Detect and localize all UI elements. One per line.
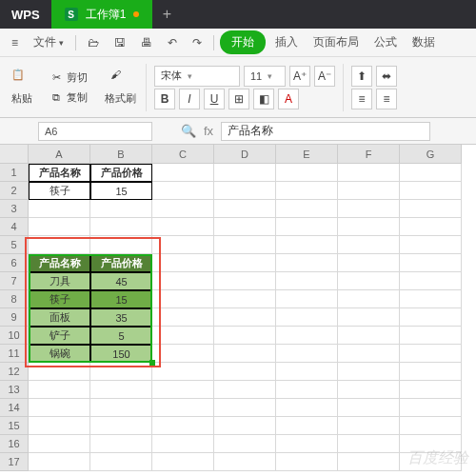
cell[interactable] [338,345,400,363]
cell[interactable]: 铲子 [29,327,90,345]
align-left-button[interactable]: ≡ [351,89,372,109]
tab-data[interactable]: 数据 [407,30,441,54]
cell[interactable] [90,363,152,381]
cell[interactable] [152,272,214,290]
cell[interactable] [152,290,214,308]
row-header[interactable]: 11 [0,345,29,363]
cell[interactable]: 45 [90,272,152,290]
format-painter-button[interactable]: 🖌 格式刷 [99,65,142,109]
cell[interactable] [152,236,214,254]
cell[interactable] [29,417,90,435]
cell[interactable] [90,417,152,435]
cell[interactable] [276,381,338,399]
cell[interactable] [338,381,400,399]
increase-font-button[interactable]: A⁺ [289,66,310,87]
cell[interactable]: 面板 [29,308,90,327]
paste-button[interactable]: 📋 粘贴 [6,65,38,109]
cell[interactable] [276,290,338,308]
cell[interactable] [29,218,90,236]
cell[interactable] [338,254,400,272]
cell[interactable] [152,417,214,435]
cell[interactable]: 产品名称 [29,164,90,182]
cell[interactable] [400,272,462,290]
cell[interactable]: 35 [90,308,152,327]
cell[interactable] [214,290,276,308]
cell[interactable] [338,236,400,254]
cell[interactable] [338,327,400,345]
row-header[interactable]: 17 [0,453,29,471]
workbook-tab[interactable]: S 工作簿1 [51,0,153,29]
row-header[interactable]: 13 [0,381,29,399]
cut-button[interactable]: ✂剪切 [46,69,91,87]
cell[interactable] [90,236,152,254]
row-header[interactable]: 3 [0,200,29,218]
cell[interactable] [276,399,338,417]
row-header[interactable]: 14 [0,399,29,417]
cell[interactable] [400,308,462,327]
cell[interactable] [152,345,214,363]
col-header[interactable]: C [152,145,214,164]
underline-button[interactable]: U [204,89,225,109]
cell[interactable]: 锅碗 [29,345,90,363]
cell[interactable] [400,254,462,272]
align-middle-button[interactable]: ⬌ [376,66,397,87]
cell[interactable] [214,200,276,218]
cell[interactable] [276,200,338,218]
tab-layout[interactable]: 页面布局 [307,30,365,54]
row-header[interactable]: 1 [0,164,29,182]
cell[interactable] [90,381,152,399]
col-header[interactable]: G [400,145,462,164]
cell[interactable] [276,272,338,290]
cell[interactable]: 刀具 [29,272,90,290]
cell[interactable] [400,399,462,417]
align-center-button[interactable]: ≡ [376,89,397,109]
cell[interactable]: 产品名称 [29,254,90,272]
row-header[interactable]: 4 [0,218,29,236]
cell[interactable] [400,218,462,236]
font-size-selector[interactable]: 11▾ [244,66,286,87]
cell[interactable] [276,327,338,345]
cell[interactable] [214,327,276,345]
col-header[interactable]: B [90,145,152,164]
row-header[interactable]: 7 [0,272,29,290]
tab-start[interactable]: 开始 [220,30,266,54]
cell[interactable] [90,435,152,453]
cell[interactable] [400,164,462,182]
cell[interactable] [338,290,400,308]
cell[interactable] [29,381,90,399]
cell[interactable] [214,381,276,399]
row-header[interactable]: 16 [0,435,29,453]
cell[interactable] [338,453,400,471]
cell[interactable] [214,453,276,471]
cell[interactable] [338,200,400,218]
cell[interactable] [152,164,214,182]
cell[interactable] [29,363,90,381]
font-selector[interactable]: 宋体▾ [154,66,240,87]
cell[interactable] [214,254,276,272]
search-icon[interactable]: 🔍 [181,124,196,138]
file-menu[interactable]: 文件▾ [28,30,69,54]
cell[interactable] [152,399,214,417]
cell[interactable]: 15 [90,182,152,200]
cell[interactable] [214,399,276,417]
cell[interactable] [276,308,338,327]
cell[interactable] [214,164,276,182]
formula-input[interactable]: 产品名称 [221,122,430,141]
cell[interactable] [29,435,90,453]
cell[interactable] [152,254,214,272]
font-color-button[interactable]: A [278,89,299,109]
cell[interactable] [276,363,338,381]
cell[interactable] [214,272,276,290]
cell[interactable] [338,272,400,290]
cell[interactable] [400,182,462,200]
row-header[interactable]: 5 [0,236,29,254]
col-header[interactable]: E [276,145,338,164]
cell[interactable] [276,417,338,435]
cell[interactable]: 筷子 [29,182,90,200]
cell[interactable] [400,290,462,308]
cell[interactable]: 5 [90,327,152,345]
border-button[interactable]: ⊞ [228,89,249,109]
col-header[interactable]: A [29,145,90,164]
cell[interactable] [400,381,462,399]
row-header[interactable]: 12 [0,363,29,381]
